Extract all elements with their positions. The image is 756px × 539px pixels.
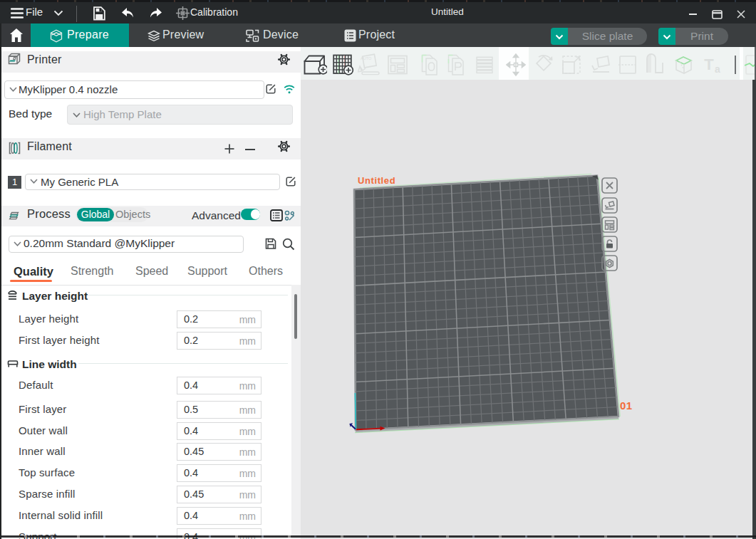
svg-text:T: T (704, 56, 714, 73)
svg-text:AUTO: AUTO (361, 56, 372, 61)
svg-text:a: a (715, 63, 720, 75)
